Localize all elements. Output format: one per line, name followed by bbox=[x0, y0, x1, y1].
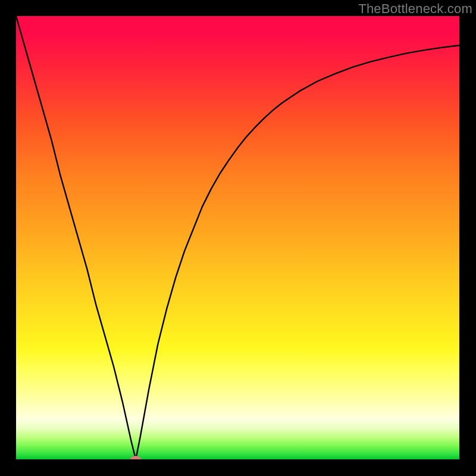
plot-area bbox=[16, 16, 459, 459]
watermark-text: TheBottleneck.com bbox=[358, 1, 472, 17]
chart-stage: TheBottleneck.com bbox=[0, 0, 476, 476]
bottleneck-curve bbox=[16, 16, 459, 459]
optimum-marker bbox=[130, 456, 141, 459]
